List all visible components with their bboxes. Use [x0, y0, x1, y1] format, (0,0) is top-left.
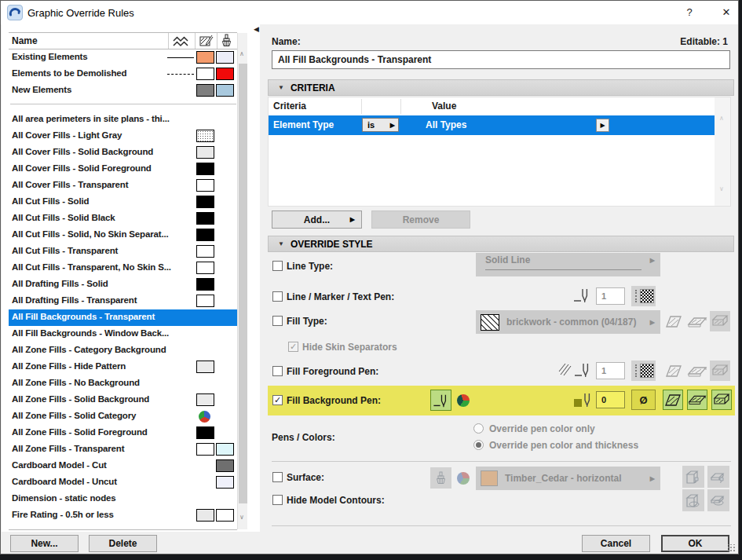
line-marker-text-pen-checkbox[interactable]: [272, 291, 283, 302]
rule-item[interactable]: All Zone Fills - Solid Category: [9, 408, 237, 425]
fill-background-pen-checkbox[interactable]: ✓: [272, 395, 283, 405]
rule-label: All Drafting Fills - Solid: [12, 279, 108, 288]
scrollbar-thumb[interactable]: [239, 64, 247, 503]
fill-background-pen-number-input[interactable]: 0: [596, 391, 625, 408]
resize-grip[interactable]: [728, 544, 736, 552]
pen-set-color-icon[interactable]: [457, 394, 470, 407]
apply-surface-3d-button[interactable]: [682, 466, 704, 488]
line-type-checkbox[interactable]: [272, 261, 283, 271]
override-pen-color-thickness-radio[interactable]: [473, 440, 484, 450]
surface-color-icon[interactable]: [457, 472, 470, 485]
rule-item[interactable]: All Drafting Fills - Transparent: [9, 293, 237, 309]
criteria-scrollbar[interactable]: ∧ ∨: [715, 97, 730, 206]
close-button[interactable]: ✕: [719, 6, 733, 18]
collapse-section-icon: ▼: [278, 84, 284, 91]
surface-dropdown[interactable]: Timber_Cedar - horizontal ▶: [476, 467, 660, 490]
rule-item[interactable]: Cardboard Model - Cut: [9, 458, 237, 474]
cover-fill-icon: [687, 364, 707, 379]
line-type-dropdown[interactable]: Solid Line ▶: [476, 253, 660, 276]
fill-foreground-pen-checkbox[interactable]: [272, 366, 283, 376]
fill-foreground-pen-number-input[interactable]: 1: [596, 362, 625, 379]
rule-item[interactable]: All Cover Fills - Solid Background: [9, 145, 237, 161]
rule-label: All Fill Backgrounds - Window Back...: [12, 328, 169, 338]
rule-item[interactable]: All Zone Fills - Hide Pattern: [9, 359, 237, 375]
fill-type-dropdown[interactable]: brickwork - common (04/187) ▶: [476, 310, 660, 334]
new-button[interactable]: New...: [10, 535, 79, 552]
criteria-section-header[interactable]: ▼ CRITERIA: [268, 79, 734, 96]
criteria-operator-dropdown[interactable]: is ▶: [362, 118, 399, 132]
dropdown-arrow-icon: ▶: [650, 319, 655, 326]
criteria-value-dropdown[interactable]: ▶: [596, 119, 609, 132]
scroll-down-icon[interactable]: ∨: [239, 514, 244, 521]
scroll-up-icon[interactable]: ∧: [239, 50, 244, 57]
rule-item[interactable]: Cardboard Model - Uncut: [9, 474, 237, 491]
help-button[interactable]: ?: [682, 6, 696, 18]
apply-to-drafting-fill-button[interactable]: [711, 390, 732, 410]
rule-item[interactable]: All Cover Fills - Light Gray: [9, 128, 237, 145]
null-pen-button[interactable]: Ø: [631, 390, 656, 410]
rule-item[interactable]: All Cut Fills - Solid: [9, 194, 237, 210]
apply-surface-cover-button[interactable]: [707, 466, 729, 488]
fill-background-pen-label: Fill Background Pen:: [287, 395, 381, 406]
line-type-label: Line Type:: [287, 261, 333, 272]
rule-item[interactable]: All Zone Fills - Solid Foreground: [9, 425, 237, 441]
drafting-fill-button[interactable]: [710, 361, 730, 381]
hide-contours-cover-button[interactable]: [707, 489, 729, 511]
add-criteria-button[interactable]: Add... ▶: [272, 210, 362, 229]
rule-name-input[interactable]: All Fill Backgrounds - Transparent: [272, 50, 730, 69]
rule-item[interactable]: All Zone Fills - Transparent: [9, 441, 237, 458]
default-rule-item[interactable]: Existing Elements: [9, 49, 237, 66]
rules-scrollbar[interactable]: ∧ ∨: [237, 33, 247, 529]
apply-to-cut-fill-button[interactable]: [663, 390, 683, 410]
app-logo-icon: [7, 5, 23, 20]
surface-checkbox[interactable]: [272, 472, 283, 482]
title-bar[interactable]: Graphic Override Rules ? ✕: [1, 1, 738, 24]
override-pen-color-only-radio[interactable]: [473, 423, 484, 434]
criteria-row[interactable]: Element Type is ▶ All Types ▶: [269, 115, 715, 135]
rule-item[interactable]: All Zone Fills - Solid Background: [9, 392, 237, 408]
ok-button[interactable]: OK: [661, 535, 729, 552]
line-pen-number-input[interactable]: 1: [596, 287, 625, 305]
line-style-swatch: [167, 74, 194, 75]
fill-swatch: [196, 212, 214, 225]
remove-criteria-button[interactable]: Remove: [371, 210, 470, 229]
fill-type-checkbox[interactable]: [272, 316, 283, 326]
rule-item[interactable]: All Zone Fills - Category Background: [9, 342, 237, 359]
rule-item[interactable]: All Cut Fills - Transparent: [9, 243, 237, 260]
name-label: Name:: [272, 36, 301, 47]
hide-skin-separators-label: Hide Skin Separators: [302, 342, 397, 353]
collapse-panel-icon[interactable]: ◀: [254, 25, 259, 33]
rule-item[interactable]: All area perimeters in site plans - thi.…: [9, 112, 237, 128]
fill-foreground-pen-color-button[interactable]: [631, 361, 656, 381]
rule-item[interactable]: Dimension - static nodes: [9, 491, 237, 507]
default-rule-item[interactable]: New Elements: [9, 82, 237, 99]
default-rule-item[interactable]: Elements to be Demolished: [9, 66, 237, 82]
hide-model-contours-checkbox[interactable]: [272, 495, 283, 505]
rule-item[interactable]: All Drafting Fills - Solid: [9, 276, 237, 293]
rule-item[interactable]: All Fill Backgrounds - Transparent: [9, 309, 237, 326]
rule-item[interactable]: All Cut Fills - Transparent, No Skin S..…: [9, 260, 237, 276]
override-style-section-header[interactable]: ▼ OVERRIDE STYLE: [268, 236, 734, 252]
delete-button[interactable]: Delete: [89, 535, 157, 552]
rule-item[interactable]: Fire Rating - 0.5h or less: [9, 507, 237, 524]
rule-item[interactable]: All Zone Fills - No Background: [9, 375, 237, 392]
fill-swatch: [196, 278, 214, 291]
hide-model-contours-label: Hide Model Contours:: [287, 495, 385, 506]
rule-label: All Zone Fills - Solid Category: [12, 411, 136, 420]
apply-to-cover-fill-button[interactable]: [687, 390, 707, 410]
drafting-fill-button[interactable]: [710, 311, 730, 331]
rule-label: All Fill Backgrounds - Transparent: [12, 312, 155, 321]
rule-item[interactable]: All Cover Fills - Transparent: [9, 178, 237, 194]
rule-item[interactable]: All Cut Fills - Solid Black: [9, 210, 237, 227]
rule-item[interactable]: All Fill Backgrounds - Window Back...: [9, 326, 237, 342]
hide-skin-separators-checkbox[interactable]: ✓: [288, 342, 298, 352]
rule-item[interactable]: All Cut Fills - Solid, No Skin Separat..…: [9, 227, 237, 243]
surface-paint-button[interactable]: [430, 467, 451, 489]
fill-swatch: [196, 361, 214, 373]
line-pen-color-button[interactable]: [631, 286, 656, 306]
hide-contours-3d-button[interactable]: [682, 489, 704, 511]
background-pen-button[interactable]: [430, 390, 451, 411]
cancel-button[interactable]: Cancel: [582, 535, 650, 552]
rule-label: Existing Elements: [12, 52, 88, 61]
rule-item[interactable]: All Cover Fills - Solid Foreground: [9, 161, 237, 178]
